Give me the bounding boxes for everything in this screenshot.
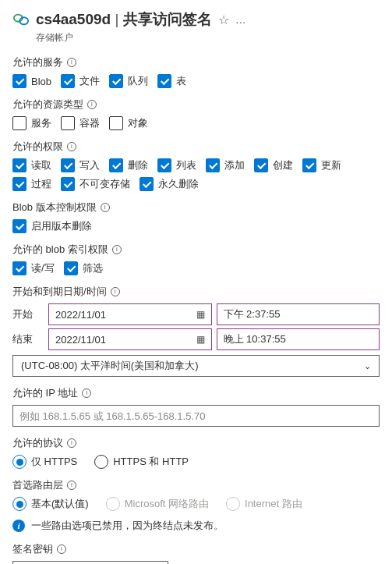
routing-radio: Internet 路由	[226, 497, 302, 511]
favorite-star-icon[interactable]: ☆	[218, 12, 229, 27]
checkbox-label: 对象	[128, 116, 148, 130]
resource-type-checkbox[interactable]: 对象	[109, 116, 148, 130]
allowed-ip-label: 允许的 IP 地址 i	[12, 386, 380, 400]
info-banner-icon: i	[12, 520, 25, 532]
resource-type-subtitle: 存储帐户	[36, 31, 380, 44]
checkbox-box	[109, 116, 123, 130]
permission-checkbox[interactable]: 添加	[206, 158, 245, 172]
radio-label: Microsoft 网络路由	[125, 497, 209, 511]
signing-key-select[interactable]: key1 ⌄	[12, 561, 168, 564]
checkbox-box	[64, 261, 78, 275]
checkbox-box	[12, 74, 26, 88]
routing-radio[interactable]: 基本(默认值)	[12, 497, 89, 511]
start-time-input[interactable]: 下午 2:37:55	[217, 303, 380, 325]
radio-circle	[106, 497, 120, 511]
checkbox-label: 过程	[31, 177, 51, 191]
blob-version-perms-row: 启用版本删除	[12, 219, 380, 233]
routing-info-banner: i 一些路由选项已禁用，因为终结点未发布。	[12, 519, 380, 533]
info-icon[interactable]: i	[87, 100, 97, 109]
service-checkbox[interactable]: 表	[157, 74, 186, 88]
allowed-protocol-label: 允许的协议 i	[12, 436, 380, 450]
blob-version-checkbox[interactable]: 启用版本删除	[12, 219, 92, 233]
info-icon[interactable]: i	[67, 58, 76, 67]
info-icon[interactable]: i	[67, 142, 76, 151]
info-icon[interactable]: i	[101, 203, 110, 212]
timezone-select[interactable]: (UTC-08:00) 太平洋时间(美国和加拿大) ⌄	[12, 355, 380, 377]
checkbox-box	[12, 116, 26, 130]
checkbox-box	[61, 158, 75, 172]
calendar-icon: ▦	[196, 334, 205, 345]
checkbox-box	[302, 158, 316, 172]
end-label: 结束	[12, 328, 44, 350]
allowed-services-label: 允许的服务 i	[12, 55, 380, 69]
info-icon[interactable]: i	[111, 287, 120, 296]
checkbox-label: 启用版本删除	[31, 219, 92, 233]
checkbox-box	[157, 74, 171, 88]
end-date-input[interactable]: 2022/11/01 ▦	[48, 328, 212, 350]
permission-checkbox[interactable]: 删除	[109, 158, 148, 172]
permission-checkbox[interactable]: 不可变存储	[61, 177, 130, 191]
radio-circle	[12, 455, 26, 469]
protocol-radio[interactable]: HTTPS 和 HTTP	[94, 455, 189, 469]
checkbox-label: 不可变存储	[79, 177, 130, 191]
end-time-input[interactable]: 晚上 10:37:55	[217, 328, 380, 350]
radio-circle	[12, 497, 26, 511]
checkbox-box	[157, 158, 171, 172]
checkbox-label: 创建	[273, 158, 293, 172]
permission-checkbox[interactable]: 创建	[254, 158, 293, 172]
info-icon[interactable]: i	[57, 544, 66, 554]
start-date-input[interactable]: 2022/11/01 ▦	[48, 303, 212, 325]
checkbox-label: 更新	[321, 158, 341, 172]
permission-checkbox[interactable]: 更新	[302, 158, 341, 172]
info-icon[interactable]: i	[112, 245, 122, 254]
checkbox-label: Blob	[31, 76, 51, 87]
blob-index-checkbox[interactable]: 读/写	[12, 261, 55, 275]
checkbox-label: 读/写	[31, 261, 55, 275]
page-title: cs4aa509d | 共享访问签名	[36, 9, 212, 30]
service-checkbox[interactable]: 队列	[109, 74, 148, 88]
allowed-resource-types-label: 允许的资源类型 i	[12, 98, 380, 112]
chevron-down-icon: ⌄	[364, 361, 371, 371]
start-expiry-label: 开始和到期日期/时间 i	[12, 285, 380, 299]
blob-index-checkbox[interactable]: 筛选	[64, 261, 103, 275]
checkbox-box	[12, 261, 26, 275]
permission-checkbox[interactable]: 永久删除	[139, 177, 199, 191]
permission-checkbox[interactable]: 过程	[12, 177, 51, 191]
service-checkbox[interactable]: Blob	[12, 74, 51, 88]
info-icon[interactable]: i	[67, 438, 76, 448]
allowed-protocol-row: 仅 HTTPSHTTPS 和 HTTP	[12, 455, 380, 469]
checkbox-label: 筛选	[83, 261, 103, 275]
more-actions-icon[interactable]: …	[235, 13, 247, 26]
checkbox-box	[61, 177, 75, 191]
calendar-icon: ▦	[196, 309, 205, 320]
checkbox-box	[206, 158, 220, 172]
permission-checkbox[interactable]: 读取	[12, 158, 51, 172]
radio-label: Internet 路由	[245, 497, 302, 511]
blob-index-perms-row: 读/写筛选	[12, 261, 380, 275]
radio-circle	[226, 497, 240, 511]
checkbox-box	[139, 177, 154, 191]
resource-type-checkbox[interactable]: 服务	[12, 116, 51, 130]
checkbox-label: 永久删除	[158, 177, 199, 191]
allowed-ip-input[interactable]	[12, 405, 380, 427]
checkbox-label: 添加	[224, 158, 245, 172]
service-checkbox[interactable]: 文件	[61, 74, 100, 88]
permission-checkbox[interactable]: 写入	[61, 158, 100, 172]
checkbox-box	[12, 219, 26, 233]
permission-checkbox[interactable]: 列表	[157, 158, 196, 172]
checkbox-label: 服务	[31, 116, 51, 130]
resource-type-checkbox[interactable]: 容器	[61, 116, 100, 130]
routing-tier-label: 首选路由层 i	[12, 478, 380, 492]
info-icon[interactable]: i	[67, 481, 76, 490]
checkbox-box	[12, 158, 26, 172]
protocol-radio[interactable]: 仅 HTTPS	[12, 455, 77, 469]
allowed-services-row: Blob文件队列表	[12, 74, 380, 88]
blob-index-perms-label: 允许的 blob 索引权限 i	[12, 243, 380, 257]
signing-key-label: 签名密钥 i	[12, 542, 380, 556]
info-icon[interactable]: i	[82, 388, 91, 398]
checkbox-label: 表	[176, 74, 186, 88]
allowed-permissions-label: 允许的权限 i	[12, 140, 380, 154]
routing-tier-row: 基本(默认值)Microsoft 网络路由Internet 路由	[12, 497, 380, 511]
checkbox-label: 读取	[31, 158, 51, 172]
checkbox-label: 删除	[128, 158, 148, 172]
